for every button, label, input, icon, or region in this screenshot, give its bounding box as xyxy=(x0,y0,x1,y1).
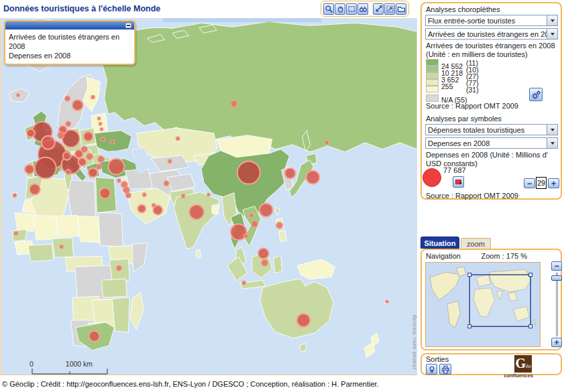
chevron-down-icon[interactable] xyxy=(547,138,557,148)
choropleth-indicator-select[interactable]: Arrivées de touristes étrangers en 2008 xyxy=(425,28,558,40)
symbol-circle[interactable] xyxy=(42,136,55,149)
country-shape[interactable] xyxy=(101,151,133,159)
symbol-circle[interactable] xyxy=(285,168,296,179)
symbol-circle[interactable] xyxy=(65,96,70,101)
symbol-circle[interactable] xyxy=(14,231,18,235)
minimap-selection-handle[interactable] xyxy=(468,325,471,328)
symbol-circle[interactable] xyxy=(249,213,253,217)
symbol-circle[interactable] xyxy=(13,194,17,198)
country-shape[interactable] xyxy=(15,212,36,231)
symbol-circle[interactable] xyxy=(152,203,156,207)
country-shape[interactable] xyxy=(28,244,54,261)
symbol-circle[interactable] xyxy=(63,152,71,160)
zoom-icon[interactable] xyxy=(323,3,334,15)
symbol-circle[interactable] xyxy=(137,204,146,212)
overview-minimap[interactable] xyxy=(425,262,541,347)
symbol-size-plus-button[interactable]: + xyxy=(548,178,559,188)
country-shape[interactable] xyxy=(99,212,123,247)
symbol-circle[interactable] xyxy=(116,265,121,271)
symbol-circle[interactable] xyxy=(27,129,35,137)
symbol-circle[interactable] xyxy=(89,168,98,178)
country-shape[interactable] xyxy=(56,215,79,237)
symbol-style-picker-icon[interactable] xyxy=(453,176,464,188)
symbol-circle[interactable] xyxy=(260,203,273,216)
symbol-circle[interactable] xyxy=(306,171,320,184)
symbol-circle[interactable] xyxy=(237,161,260,184)
symbol-circle[interactable] xyxy=(101,137,105,141)
symbol-circle[interactable] xyxy=(117,179,121,183)
chevron-down-icon[interactable] xyxy=(547,15,557,25)
symbol-circle[interactable] xyxy=(30,184,40,195)
symbol-circle[interactable] xyxy=(25,165,34,174)
recenter-arrow-icon[interactable] xyxy=(373,3,384,15)
map-horizontal-scrollbar[interactable] xyxy=(162,18,322,22)
symbol-circle[interactable] xyxy=(110,140,114,144)
symbol-circle[interactable] xyxy=(258,248,269,259)
minimize-icon[interactable] xyxy=(125,23,131,28)
symbols-indicator-select[interactable]: Depenses en 2008 xyxy=(425,137,558,149)
symbol-circle[interactable] xyxy=(125,193,131,198)
country-shape[interactable] xyxy=(78,216,100,243)
symbol-circle[interactable] xyxy=(60,245,64,249)
symbol-circle[interactable] xyxy=(181,194,185,198)
folder-icon[interactable] xyxy=(396,3,406,15)
minimap-selection-handle[interactable] xyxy=(529,325,532,328)
move-view-icon[interactable] xyxy=(384,3,395,15)
symbol-circle[interactable] xyxy=(16,93,19,96)
world-map-canvas[interactable] xyxy=(1,18,417,375)
symbol-circle[interactable] xyxy=(87,153,93,160)
symbol-size-minus-button[interactable]: − xyxy=(524,178,535,188)
gear-icon[interactable] xyxy=(529,88,543,101)
symbol-circle[interactable] xyxy=(189,204,204,219)
symbol-circle[interactable] xyxy=(98,156,105,163)
symbol-circle[interactable] xyxy=(100,188,111,199)
symbol-circle[interactable] xyxy=(251,220,258,227)
zoom-slider-track[interactable] xyxy=(556,273,558,336)
symbol-circle[interactable] xyxy=(231,101,237,107)
tab-zoom[interactable]: zoom xyxy=(461,238,491,249)
symbol-circle[interactable] xyxy=(72,100,83,111)
country-shape[interactable] xyxy=(112,298,129,332)
symbol-circle[interactable] xyxy=(100,127,103,131)
symbol-circle[interactable] xyxy=(386,300,389,304)
country-shape[interactable] xyxy=(196,249,201,257)
minimap-selection-handle[interactable] xyxy=(468,273,471,277)
chevron-down-icon[interactable] xyxy=(547,125,557,135)
country-shape[interactable] xyxy=(12,229,27,241)
symbol-circle[interactable] xyxy=(58,132,64,139)
symbol-circle[interactable] xyxy=(97,117,101,120)
choropleth-theme-select[interactable]: Flux entrée-sortie touristes xyxy=(425,15,558,26)
symbol-circle[interactable] xyxy=(276,222,283,228)
symbol-circle[interactable] xyxy=(242,281,246,285)
minimap-selection-handle[interactable] xyxy=(529,273,532,277)
lightbulb-export-icon[interactable] xyxy=(426,364,437,375)
symbol-circle[interactable] xyxy=(81,146,88,153)
printer-icon[interactable] xyxy=(439,364,451,375)
symbol-circle[interactable] xyxy=(164,181,169,186)
symbol-circle[interactable] xyxy=(297,314,311,327)
country-shape[interactable] xyxy=(68,180,96,220)
tab-situation[interactable]: Situation xyxy=(420,237,459,249)
symbol-circle[interactable] xyxy=(176,137,180,141)
zoom-in-button[interactable]: + xyxy=(551,338,562,347)
country-shape[interactable] xyxy=(34,215,58,240)
symbol-circle[interactable] xyxy=(91,95,95,99)
chevron-down-icon[interactable] xyxy=(547,29,557,39)
symbol-circle[interactable] xyxy=(325,141,329,145)
zoom-box-icon[interactable] xyxy=(346,3,357,15)
symbol-circle[interactable] xyxy=(108,159,124,175)
symbol-circle[interactable] xyxy=(78,158,87,166)
symbol-circle[interactable] xyxy=(84,132,93,141)
symbol-size-input[interactable] xyxy=(536,177,547,189)
symbol-circle[interactable] xyxy=(168,159,172,164)
zoom-slider-thumb[interactable] xyxy=(551,275,562,281)
symbol-circle[interactable] xyxy=(99,122,102,125)
symbol-circle[interactable] xyxy=(262,259,268,266)
pan-hand-icon[interactable] xyxy=(335,3,345,15)
symbol-circle[interactable] xyxy=(207,193,211,196)
symbol-circle[interactable] xyxy=(66,170,71,175)
symbol-circle[interactable] xyxy=(142,193,146,197)
symbol-circle[interactable] xyxy=(97,164,102,170)
country-shape[interactable] xyxy=(274,255,282,273)
zoom-out-button[interactable]: − xyxy=(551,261,562,271)
